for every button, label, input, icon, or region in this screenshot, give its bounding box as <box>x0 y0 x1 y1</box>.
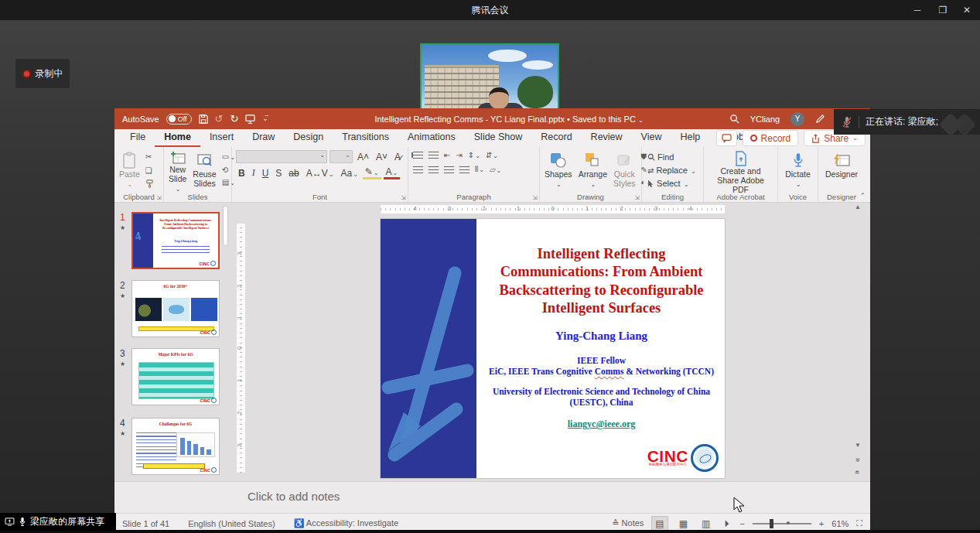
reuse-slides-button[interactable]: Reuse Slides <box>190 149 218 190</box>
cut-icon[interactable]: ✂ <box>145 152 154 162</box>
notes-pane[interactable]: Click to add notes <box>114 481 870 513</box>
avatar[interactable]: Y <box>790 112 804 126</box>
undo-icon[interactable]: ↺ <box>215 114 224 124</box>
justify-icon[interactable] <box>459 166 470 173</box>
zoom-slider-thumb[interactable] <box>770 519 773 528</box>
normal-view-button[interactable]: ▤ <box>651 516 668 531</box>
slide-thumbnail-2[interactable]: 6G for 2030+ CINC <box>131 280 220 337</box>
align-center-icon[interactable] <box>429 166 439 173</box>
slide-email-link[interactable]: liangyc@ieee.org <box>481 419 722 430</box>
next-slide-button[interactable]: « <box>854 468 862 477</box>
slide-canvas[interactable]: Intelligent Reflecting Communications: F… <box>381 219 725 478</box>
change-case-icon[interactable]: Aa <box>338 168 360 179</box>
shadow-button[interactable]: S <box>273 168 284 179</box>
select-button[interactable]: Select <box>647 177 698 190</box>
slide-thumbnail-3[interactable]: Major KPIs for 6G CINC <box>131 348 220 405</box>
arrange-button[interactable]: Arrange <box>576 149 610 190</box>
collapse-ribbon-icon[interactable]: ⌃ <box>859 192 866 200</box>
columns-icon[interactable]: ⫴ <box>475 165 484 174</box>
dialog-launcher-icon[interactable]: ⇲ <box>156 194 162 201</box>
language-indicator[interactable]: English (United States) <box>188 519 275 528</box>
convert-smartart-icon[interactable]: ▱ <box>490 166 501 174</box>
thumbnail-scrollbar-thumb[interactable] <box>223 206 228 246</box>
designer-button[interactable]: Designer <box>823 149 860 190</box>
highlight-color-icon[interactable]: ✎ <box>363 166 381 179</box>
create-pdf-button[interactable]: Create and Share Adobe PDF <box>707 149 775 190</box>
tab-file[interactable]: File <box>121 129 155 147</box>
notes-placeholder[interactable]: Click to add notes <box>248 490 340 503</box>
minimize-window-icon[interactable]: ─ <box>906 0 929 20</box>
font-color-icon[interactable]: A <box>384 166 401 179</box>
user-name[interactable]: YCliang <box>750 114 780 124</box>
zoom-in-button[interactable]: + <box>819 519 824 528</box>
close-window-icon[interactable]: ✕ <box>955 0 978 20</box>
align-left-icon[interactable] <box>413 166 423 173</box>
tab-help[interactable]: Help <box>671 129 709 147</box>
shapes-button[interactable]: Shapes <box>542 149 575 190</box>
slide-thumbnail-4[interactable]: Challenges for 6G CINC <box>131 418 220 475</box>
save-icon[interactable] <box>199 114 208 124</box>
autosave-toggle[interactable]: Off <box>166 114 192 125</box>
redo-icon[interactable]: ↻ <box>230 114 238 124</box>
tab-slide-show[interactable]: Slide Show <box>465 129 532 147</box>
replace-button[interactable]: ⇄ Replace <box>647 164 698 177</box>
decrease-font-icon[interactable]: A˅ <box>374 152 390 162</box>
pen-mode-icon[interactable] <box>815 114 825 124</box>
new-slide-button[interactable]: New Slide <box>166 149 189 190</box>
align-right-icon[interactable] <box>444 166 454 173</box>
zoom-level[interactable]: 61% <box>831 519 849 528</box>
tab-animations[interactable]: Animations <box>398 129 465 147</box>
tab-design[interactable]: Design <box>284 129 333 147</box>
decrease-indent-icon[interactable]: ⇤ <box>444 151 450 159</box>
font-name-select[interactable] <box>236 150 327 163</box>
paste-button[interactable]: Paste <box>117 149 142 190</box>
text-direction-icon[interactable]: ⇵ <box>486 151 498 159</box>
line-spacing-icon[interactable]: ⇕ <box>468 151 480 159</box>
comments-button[interactable] <box>716 130 737 146</box>
notes-toggle-button[interactable]: ≙ Notes <box>612 518 644 528</box>
zoom-slider[interactable] <box>753 523 811 524</box>
zoom-out-button[interactable]: − <box>739 519 744 528</box>
reading-view-button[interactable]: ▥ <box>698 517 713 531</box>
slideshow-view-button[interactable]: ⏵ <box>721 517 732 531</box>
underline-button[interactable]: U <box>260 168 271 179</box>
accessibility-status[interactable]: ♿ Accessibility: Investigate <box>294 518 398 528</box>
clear-formatting-icon[interactable]: A̷ <box>392 152 403 162</box>
slide-thumbnail-1[interactable]: ⁴ Intelligent Reflecting Communications:… <box>131 212 220 269</box>
customize-qat-icon[interactable]: ⌄̅ <box>262 115 268 122</box>
bold-button[interactable]: B <box>236 168 248 179</box>
tab-view[interactable]: View <box>632 129 671 147</box>
fit-to-window-icon[interactable]: ⛶ <box>856 518 862 528</box>
tab-insert[interactable]: Insert <box>200 129 243 147</box>
slide-sorter-view-button[interactable]: ▦ <box>676 517 691 531</box>
strikethrough-button[interactable]: ab <box>286 168 301 179</box>
slide-indicator[interactable]: Slide 1 of 41 <box>122 519 169 528</box>
restore-window-icon[interactable]: ❐ <box>931 0 954 20</box>
tab-draw[interactable]: Draw <box>243 129 284 147</box>
record-button[interactable]: Record <box>743 130 799 146</box>
tab-record[interactable]: Record <box>531 129 581 147</box>
increase-font-icon[interactable]: A˄ <box>355 152 371 162</box>
dialog-launcher-icon[interactable]: ⇲ <box>401 194 406 201</box>
increase-indent-icon[interactable]: ⇥ <box>456 151 462 159</box>
copy-icon[interactable]: ❏ <box>145 166 154 176</box>
tab-transitions[interactable]: Transitions <box>333 129 398 147</box>
chevron-down-icon[interactable]: ⌄ <box>638 117 644 124</box>
tab-home[interactable]: Home <box>155 129 200 147</box>
dialog-launcher-icon[interactable]: ⇲ <box>532 194 538 201</box>
quick-styles-button[interactable]: Quick Styles <box>611 149 638 190</box>
italic-button[interactable]: I <box>250 167 258 179</box>
tab-review[interactable]: Review <box>582 129 632 147</box>
dictate-button[interactable]: Dictate <box>783 149 813 190</box>
scroll-down-icon[interactable]: ▼ <box>854 442 862 449</box>
numbering-icon[interactable] <box>429 152 439 159</box>
previous-slide-button[interactable]: « <box>854 456 862 464</box>
editor-vertical-scrollbar[interactable]: ▲ ▼ « « <box>854 203 862 476</box>
character-spacing-icon[interactable]: A↔V <box>304 168 336 179</box>
format-painter-icon[interactable] <box>145 179 154 188</box>
dialog-launcher-icon[interactable]: ⇲ <box>634 194 640 201</box>
bullets-icon[interactable] <box>413 152 423 159</box>
find-button[interactable]: Find <box>647 151 698 164</box>
search-icon[interactable] <box>729 114 739 124</box>
font-size-select[interactable] <box>330 150 353 163</box>
